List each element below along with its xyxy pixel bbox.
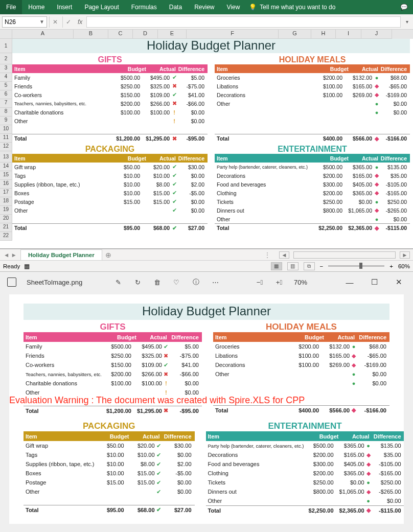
zoom-out-button[interactable]: − — [320, 263, 324, 269]
row-header[interactable]: 1 — [0, 39, 12, 53]
name-box[interactable]: N26 ▼ — [2, 16, 47, 28]
table-row[interactable]: Boxes$10.00$15.00-$5.00 — [24, 469, 195, 478]
table-row[interactable]: Supplies (ribbon, tape, etc.)$10.00$8.00… — [12, 180, 208, 189]
add-sheet-button[interactable]: ⊕ — [102, 251, 114, 259]
ribbon-tab[interactable]: File — [0, 0, 22, 14]
ribbon-tab[interactable]: Home — [22, 0, 51, 14]
column-header[interactable]: D — [133, 30, 158, 39]
more-icon[interactable]: ⋯ — [211, 277, 220, 287]
table-row[interactable]: Decorations$200.00$165.00$35.00 — [206, 450, 404, 459]
row-header[interactable]: 2 — [0, 53, 12, 64]
horizontal-scrollbar[interactable] — [293, 251, 396, 259]
row-header[interactable]: 19 — [0, 206, 12, 215]
scroll-left-button[interactable]: ◄ — [279, 251, 289, 259]
row-header[interactable]: 4 — [0, 73, 12, 82]
fx-label[interactable]: fx — [76, 18, 84, 26]
row-header[interactable]: 5 — [0, 82, 12, 90]
table-row[interactable]: Dinners out$800.00$1,065.00-$265.00 — [215, 206, 410, 215]
table-row[interactable]: Postage$15.00$15.00$0.00 — [12, 197, 208, 206]
table-row[interactable]: Dinners out$800.00$1,065.00-$265.00 — [206, 487, 404, 496]
table-row[interactable]: Decorations$100.00$269.00-$169.00 — [215, 90, 410, 99]
ribbon-tab[interactable]: Insert — [51, 0, 78, 14]
column-header[interactable]: A — [12, 30, 74, 39]
table-row[interactable]: Tags$10.00$10.00$0.00 — [24, 450, 195, 459]
table-row[interactable]: Gift wrap$50.00$20.00$30.00 — [24, 441, 195, 450]
zoom-in-icon[interactable]: +⃝ — [274, 277, 284, 287]
table-row[interactable]: Other$0.00 — [213, 369, 389, 379]
row-header[interactable]: 12 — [0, 143, 12, 151]
tell-me-input[interactable]: Tell me what you want to do — [260, 0, 341, 14]
table-row[interactable]: Clothing$200.00$365.00-$165.00 — [206, 469, 404, 478]
table-row[interactable]: Tags$10.00$10.00$0.00 — [12, 171, 208, 180]
ribbon-tab[interactable]: Data — [163, 0, 188, 14]
table-row[interactable]: Friends$250.00$325.00-$75.00 — [24, 351, 202, 360]
table-row[interactable]: Boxes$10.00$15.00-$5.00 — [12, 189, 208, 197]
normal-view-button[interactable]: ▦ — [271, 262, 282, 270]
column-header[interactable]: G — [279, 30, 311, 39]
table-row[interactable]: Libations$100.00$165.00-$65.00 — [213, 351, 389, 360]
row-header[interactable]: 18 — [0, 197, 12, 206]
ribbon-tab[interactable]: View — [221, 0, 246, 14]
zoom-level[interactable]: 60% — [398, 263, 410, 269]
table-row[interactable]: Teachers, nannies, babysitters, etc.$200… — [12, 99, 208, 108]
table-row[interactable]: Party help (bartender, caterer, cleaners… — [215, 163, 410, 171]
macro-record-icon[interactable]: ▦ — [24, 263, 30, 270]
row-header[interactable]: 10 — [0, 125, 12, 134]
sheet-nav[interactable]: ◄ ► — [0, 252, 20, 258]
table-row[interactable]: Postage$15.00$15.00$0.00 — [24, 478, 195, 487]
select-all-corner[interactable] — [0, 30, 12, 39]
column-header[interactable]: E — [158, 30, 187, 39]
table-row[interactable]: Other$0.00 — [215, 215, 410, 223]
expand-formula-icon[interactable]: ▾ — [403, 19, 411, 25]
column-header[interactable]: C — [108, 30, 133, 39]
row-header[interactable]: 21 — [0, 223, 12, 232]
table-row[interactable]: Teachers, nannies, babysitters, etc.$200… — [24, 369, 202, 379]
row-header[interactable]: 15 — [0, 171, 12, 180]
table-row[interactable]: Decorations$100.00$269.00-$169.00 — [213, 360, 389, 369]
table-row[interactable]: Other$0.00 — [206, 496, 404, 505]
table-row[interactable]: Supplies (ribbon, tape, etc.)$10.00$8.00… — [24, 459, 195, 469]
table-row[interactable]: Charitable donations$100.00$100.00$0.00 — [24, 379, 202, 388]
table-row[interactable]: Food and beverages$300.00$405.00-$105.00 — [206, 459, 404, 469]
row-header[interactable]: 11 — [0, 134, 12, 143]
row-header[interactable]: 22 — [0, 232, 12, 241]
table-row[interactable]: Co-workers$150.00$109.00$41.00 — [24, 360, 202, 369]
row-header[interactable]: 16 — [0, 180, 12, 189]
table-row[interactable]: Tickets$250.00$0.00$250.00 — [215, 197, 410, 206]
table-row[interactable]: Family$500.00$495.00$5.00 — [12, 73, 208, 82]
table-row[interactable]: Co-workers$150.00$109.00$41.00 — [12, 90, 208, 99]
comments-icon[interactable]: 💬 — [400, 4, 408, 11]
worksheet-grid[interactable]: ABCDEFGHIJ 12345678910111213141516171819… — [0, 30, 413, 249]
cancel-formula-icon[interactable]: ✕ — [49, 16, 60, 28]
zoom-slider[interactable] — [328, 265, 384, 267]
table-row[interactable]: Other$0.00 — [24, 487, 195, 496]
table-row[interactable]: Clothing$200.00$365.00-$165.00 — [215, 189, 410, 197]
zoom-in-button[interactable]: + — [389, 263, 393, 269]
enter-formula-icon[interactable]: ✓ — [62, 16, 74, 28]
row-header[interactable]: 17 — [0, 189, 12, 197]
page-break-view-button[interactable]: ⧉ — [304, 262, 315, 270]
table-row[interactable]: Groceries$200.00$132.00$68.00 — [213, 342, 389, 351]
ribbon-tab[interactable]: Review — [188, 0, 220, 14]
column-header[interactable]: J — [361, 30, 392, 39]
edit-icon[interactable]: ✎ — [113, 277, 123, 287]
table-row[interactable]: Libations$100.00$165.00-$65.00 — [215, 82, 410, 90]
row-header[interactable]: 6 — [0, 90, 12, 99]
ribbon-tab[interactable]: Formulas — [125, 0, 163, 14]
table-row[interactable]: Groceries$200.00$132.00$68.00 — [215, 73, 410, 82]
page-layout-view-button[interactable]: ▥ — [287, 262, 299, 270]
table-row[interactable]: Gift wrap$50.00$20.00$30.00 — [12, 163, 208, 171]
rotate-icon[interactable]: ↻ — [133, 277, 142, 287]
table-row[interactable]: Other$0.00 — [215, 99, 410, 108]
formula-input[interactable] — [86, 16, 401, 28]
delete-icon[interactable]: 🗑 — [152, 277, 162, 287]
table-row[interactable]: Party help (bartender, caterer, cleaners… — [206, 441, 404, 450]
chevron-down-icon[interactable]: ▼ — [39, 19, 44, 25]
table-row[interactable]: Food and beverages$300.00$405.00-$105.00 — [215, 180, 410, 189]
close-button[interactable]: ✕ — [392, 277, 406, 287]
column-header[interactable]: I — [336, 30, 361, 39]
table-row[interactable]: Charitable donations$100.00$100.00$0.00 — [12, 108, 208, 117]
drag-handle-icon[interactable]: ⋮ — [264, 251, 271, 259]
gallery-icon[interactable] — [7, 277, 16, 287]
row-header[interactable]: 7 — [0, 99, 12, 108]
